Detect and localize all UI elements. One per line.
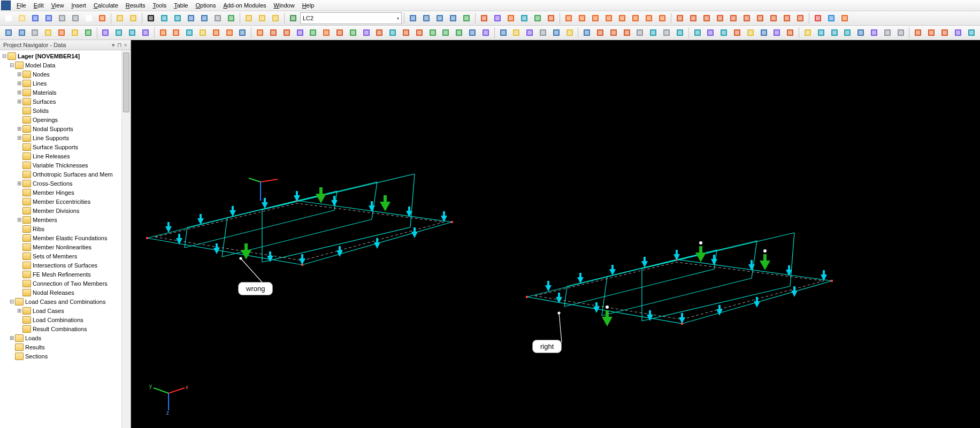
diagram-2[interactable] xyxy=(576,12,588,25)
walk[interactable] xyxy=(647,26,660,39)
show-loads[interactable] xyxy=(478,12,491,25)
refresh[interactable] xyxy=(460,12,473,25)
coords[interactable] xyxy=(784,26,797,39)
tree-item-load-combinations[interactable]: Load Combinations xyxy=(1,315,131,324)
menu-calculate[interactable]: Calculate xyxy=(90,1,122,10)
nav-prev[interactable] xyxy=(420,12,433,25)
mesh-settings[interactable] xyxy=(523,26,536,39)
calc-params[interactable] xyxy=(563,26,576,39)
trim[interactable] xyxy=(386,26,399,39)
tree-toggle-icon[interactable]: ⊞ xyxy=(16,89,22,95)
scale[interactable] xyxy=(294,26,307,39)
print-preview[interactable] xyxy=(69,12,82,25)
tree-item-nodal-supports[interactable]: ⊞Nodal Supports xyxy=(1,124,131,133)
clip-plane[interactable] xyxy=(894,26,907,39)
tree-item-member-divisions[interactable]: Member Divisions xyxy=(1,206,131,215)
navigator-autohide-icon[interactable]: ⊓ xyxy=(117,42,122,49)
tool-f[interactable] xyxy=(740,12,753,25)
tool-d[interactable] xyxy=(714,12,726,25)
tree-item-fe-mesh-refinements[interactable]: FE Mesh Refinements xyxy=(1,270,131,279)
results-deform[interactable] xyxy=(531,12,544,25)
angle[interactable] xyxy=(771,26,784,39)
rotate-view[interactable] xyxy=(225,12,238,25)
tree-toggle-icon[interactable]: ⊟ xyxy=(1,53,7,59)
new-member[interactable] xyxy=(29,26,42,39)
release-line[interactable] xyxy=(126,26,139,39)
calc-check[interactable] xyxy=(537,26,549,39)
tree-item-surfaces[interactable]: ⊞Surfaces xyxy=(1,97,131,106)
load-member[interactable] xyxy=(196,26,209,39)
mirror[interactable] xyxy=(280,26,293,39)
tool-h[interactable] xyxy=(767,12,780,25)
tree-toggle-icon[interactable]: ⊞ xyxy=(16,308,22,314)
render-solid[interactable] xyxy=(815,26,828,39)
tree-toggle-icon[interactable]: ⊞ xyxy=(16,217,22,223)
nav-first[interactable] xyxy=(407,12,419,25)
object-snap[interactable] xyxy=(744,26,757,39)
tool-a[interactable] xyxy=(673,12,686,25)
reverse[interactable] xyxy=(439,26,452,39)
export[interactable] xyxy=(96,12,109,25)
select-window[interactable] xyxy=(158,12,171,25)
new-file[interactable] xyxy=(2,12,15,25)
tree-load-cases[interactable]: ⊟Load Cases and Combinations xyxy=(1,297,131,306)
menu-edit[interactable]: Edit xyxy=(30,1,48,10)
save-all[interactable] xyxy=(42,12,55,25)
tree-loads[interactable]: ⊞Loads xyxy=(1,333,131,342)
tree-root[interactable]: ⊟Lager [NOVEMBER14] xyxy=(1,51,131,60)
menu-options[interactable]: Options xyxy=(192,1,219,10)
tool-b[interactable] xyxy=(687,12,700,25)
new-surface[interactable] xyxy=(42,26,55,39)
offset[interactable] xyxy=(413,26,426,39)
visibility[interactable] xyxy=(881,26,894,39)
redo[interactable] xyxy=(127,12,140,25)
support-nodal[interactable] xyxy=(99,26,112,39)
navigator-pin-icon[interactable]: ▾ xyxy=(112,42,115,49)
toggle-nav[interactable] xyxy=(269,12,282,25)
select-polygon[interactable] xyxy=(171,12,184,25)
nav-last[interactable] xyxy=(447,12,460,25)
filter[interactable] xyxy=(912,26,924,39)
tree-item-sets-of-members[interactable]: Sets of Members xyxy=(1,251,131,261)
menu-addon[interactable]: Add-on Modules xyxy=(219,1,270,10)
view-persp[interactable] xyxy=(634,26,647,39)
view-iso[interactable] xyxy=(580,26,593,39)
tool-e[interactable] xyxy=(727,12,740,25)
tree-item-members[interactable]: ⊞Members xyxy=(1,215,131,224)
new-set[interactable] xyxy=(82,26,95,39)
diagram-5[interactable] xyxy=(616,12,629,25)
flag-red[interactable] xyxy=(811,12,824,25)
load-temp[interactable] xyxy=(223,26,236,39)
rotate[interactable] xyxy=(267,26,280,39)
tree-item-line-releases[interactable]: Line Releases xyxy=(1,151,131,160)
tree-item-materials[interactable]: ⊞Materials xyxy=(1,88,131,97)
tree-toggle-icon[interactable]: ⊞ xyxy=(16,71,22,77)
tree-scrollbar[interactable] xyxy=(121,50,131,428)
layers[interactable] xyxy=(925,26,938,39)
diagram-1[interactable] xyxy=(562,12,575,25)
view-x[interactable] xyxy=(594,26,607,39)
divide[interactable] xyxy=(333,26,346,39)
tree-sections[interactable]: Sections xyxy=(1,351,131,361)
tree-item-nodal-releases[interactable]: Nodal Releases xyxy=(1,288,131,297)
tree-toggle-icon[interactable]: ⊞ xyxy=(16,180,22,186)
scrollbar-thumb[interactable] xyxy=(123,52,129,112)
snap[interactable] xyxy=(691,26,704,39)
tree-item-surface-supports[interactable]: Surface Supports xyxy=(1,142,131,151)
menu-results[interactable]: Results xyxy=(122,1,149,10)
view-y[interactable] xyxy=(607,26,620,39)
render-trans[interactable] xyxy=(841,26,854,39)
render-wire[interactable] xyxy=(801,26,814,39)
new-node[interactable] xyxy=(2,26,15,39)
distance[interactable] xyxy=(757,26,770,39)
tree-item-load-cases[interactable]: ⊞Load Cases xyxy=(1,306,131,315)
tree-toggle-icon[interactable]: ⊞ xyxy=(9,335,15,341)
pan[interactable] xyxy=(211,12,224,25)
new-opening[interactable] xyxy=(68,26,81,39)
tree-item-member-eccentricities[interactable]: Member Eccentricities xyxy=(1,197,131,206)
groups[interactable] xyxy=(938,26,951,39)
tree-item-member-hinges[interactable]: Member Hinges xyxy=(1,188,131,197)
select-arrow[interactable] xyxy=(144,12,157,25)
save-file[interactable] xyxy=(29,12,42,25)
display-props[interactable] xyxy=(868,26,881,39)
